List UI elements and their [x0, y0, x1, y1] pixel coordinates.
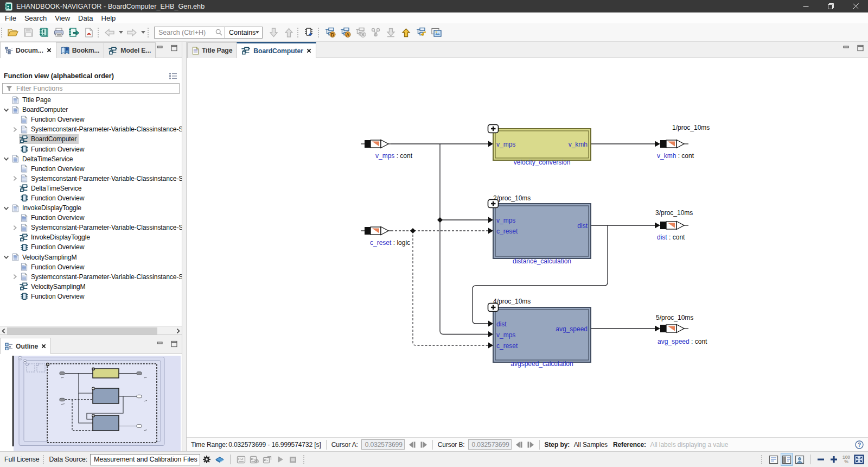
toolbar-grip[interactable] — [148, 28, 150, 37]
tree-item-deltatimeservice[interactable]: DeltaTimeService — [0, 154, 182, 164]
tab-documents[interactable]: Docum... — [0, 42, 56, 58]
tree-item-function-overview[interactable]: Function Overview — [0, 213, 182, 223]
open-file-icon[interactable] — [6, 26, 20, 40]
toolbar-grip[interactable] — [297, 28, 300, 37]
report-book-icon[interactable] — [36, 26, 50, 40]
diagram-canvas[interactable]: v_mps : cont c_reset : logic 1/proc_10ms… — [187, 58, 868, 437]
tree-item-systemconstant-parameter-variable-classi[interactable]: Systemconstant-Parameter-Variable-Classi… — [0, 174, 182, 184]
help-icon[interactable]: ? — [855, 440, 864, 449]
tab-boardcomputer[interactable]: BoardComputer — [237, 42, 316, 58]
close-icon[interactable] — [307, 48, 311, 53]
hide-labels-icon[interactable] — [353, 26, 367, 40]
tree-item-function-overview[interactable]: Function Overview — [0, 115, 182, 124]
zoom-reset-button[interactable]: 100% — [843, 455, 850, 464]
save-icon[interactable] — [21, 26, 35, 40]
close-icon[interactable] — [41, 344, 46, 349]
maximize-panel-icon[interactable] — [170, 340, 178, 348]
show-data-icon[interactable]: D — [323, 26, 337, 40]
filter-functions-input[interactable]: Filter Functions — [2, 83, 180, 94]
tab-outline[interactable]: Outline — [0, 338, 51, 354]
toolbar-grip[interactable] — [318, 28, 321, 37]
input-port-v_mps[interactable]: v_mps : cont — [361, 140, 413, 160]
block-distance_calculation[interactable]: 2/proc_10ms v_mps c_reset dist distance_… — [488, 194, 591, 265]
chevron-right-icon[interactable] — [11, 174, 19, 182]
tree-item-function-overview[interactable]: Function Overview — [0, 164, 182, 174]
cursor-b-step-forward-icon[interactable] — [527, 441, 534, 448]
back-icon[interactable] — [103, 26, 117, 40]
export-labels-icon[interactable] — [399, 26, 413, 40]
menu-data[interactable]: Data — [78, 14, 93, 22]
chevron-right-icon[interactable] — [11, 125, 19, 134]
menu-help[interactable]: Help — [101, 14, 116, 22]
fit-to-screen-icon[interactable] — [853, 453, 865, 466]
tree-item-deltatimeservice[interactable]: DeltaTimeService — [0, 184, 182, 193]
tree-item-systemconstant-parameter-variable-classi[interactable]: Systemconstant-Parameter-Variable-Classi… — [0, 272, 182, 282]
toolbar-grip[interactable] — [98, 28, 100, 37]
cursor-a-step-forward-icon[interactable] — [420, 441, 427, 448]
cursor-b-step-back-icon[interactable] — [515, 441, 523, 448]
forward-icon[interactable] — [125, 26, 139, 40]
chevron-down-icon[interactable] — [2, 204, 10, 212]
chevron-down-icon[interactable] — [2, 253, 10, 261]
tree-horizontal-scrollbar[interactable] — [0, 326, 182, 335]
scroll-left-icon[interactable] — [0, 327, 7, 335]
tree-item-systemconstant-parameter-variable-classi[interactable]: Systemconstant-Parameter-Variable-Classi… — [0, 223, 182, 232]
output-port-dist[interactable]: 3/proc_10ms dist : cont — [655, 209, 693, 241]
tree-item-function-overview[interactable]: Function Overview — [0, 292, 182, 301]
cursor-a-input[interactable]: 0.032573699 — [361, 439, 405, 450]
search-input[interactable]: Search (Ctrl+H) — [154, 27, 225, 39]
pin-labels-icon[interactable] — [368, 26, 382, 40]
match-mode-dropdown[interactable]: Contains — [225, 27, 263, 39]
minimize-panel-icon[interactable] — [156, 45, 164, 52]
scrollbar-thumb[interactable] — [7, 327, 157, 335]
view-menu-icon[interactable] — [169, 72, 177, 80]
expand-block-button[interactable] — [488, 304, 499, 312]
tree-item-velocitysamplingm[interactable]: VelocitySamplingM — [0, 253, 182, 262]
zoom-in-icon[interactable] — [828, 453, 840, 466]
menu-search[interactable]: Search — [24, 14, 47, 22]
maximize-panel-icon[interactable] — [857, 45, 865, 52]
input-port-c_reset[interactable]: c_reset : logic — [361, 227, 410, 247]
import-labels-icon[interactable] — [384, 26, 398, 40]
tree-item-title-page[interactable]: Title Page — [0, 95, 182, 105]
tree-item-function-overview[interactable]: Function Overview — [0, 262, 182, 272]
settings-gear-icon[interactable] — [201, 453, 213, 466]
output-port-avg_speed[interactable]: 5/proc_10ms avg_speed : cont — [655, 314, 707, 345]
measure-start-config-icon[interactable] — [261, 453, 273, 466]
tree-item-function-overview[interactable]: Function Overview — [0, 144, 182, 154]
zoom-out-icon[interactable] — [815, 453, 827, 466]
outline-thumbnail[interactable] — [0, 354, 182, 451]
tree-item-boardcomputer[interactable]: BoardComputer — [0, 134, 182, 144]
cursor-a-step-back-icon[interactable] — [409, 441, 416, 448]
chevron-down-icon[interactable] — [2, 155, 10, 163]
tab-bookmarks[interactable]: Bookm... — [56, 42, 105, 58]
show-all-labels-icon[interactable]: A — [338, 26, 352, 40]
restore-button[interactable] — [818, 0, 843, 12]
menu-file[interactable]: File — [5, 14, 16, 22]
cursor-b-input[interactable]: 0.032573699 — [468, 439, 512, 450]
back-history-dropdown-icon[interactable] — [117, 26, 124, 40]
chevron-down-icon[interactable] — [2, 106, 10, 114]
block-avgspeed_calculation[interactable]: 4/proc_10ms dist v_mps c_reset avg_speed… — [488, 298, 591, 368]
tree-item-function-overview[interactable]: Function Overview — [0, 242, 182, 252]
go-up-icon[interactable] — [282, 26, 296, 40]
minimize-panel-icon[interactable] — [843, 45, 851, 52]
start-measurement-icon[interactable] — [274, 453, 286, 466]
expand-block-button[interactable] — [488, 200, 499, 208]
toolbar-grip[interactable] — [1, 28, 4, 37]
measure-config-icon[interactable] — [235, 453, 247, 466]
maximize-panel-icon[interactable] — [170, 45, 178, 52]
windows-icon[interactable] — [429, 26, 443, 40]
tree-item-function-overview[interactable]: Function Overview — [0, 193, 182, 203]
view-split-icon[interactable] — [781, 453, 793, 466]
view-document-icon[interactable] — [768, 453, 780, 466]
minimize-panel-icon[interactable] — [156, 340, 164, 348]
panel-splitter-vertical[interactable] — [182, 42, 186, 451]
chevron-right-icon[interactable] — [11, 273, 19, 281]
export-book-icon[interactable] — [67, 26, 81, 40]
close-button[interactable] — [843, 0, 868, 12]
forward-history-dropdown-icon[interactable] — [139, 26, 146, 40]
measure-remove-icon[interactable] — [248, 453, 260, 466]
output-port-v_kmh[interactable]: 1/proc_10ms v_kmh : cont — [655, 124, 710, 160]
go-down-icon[interactable] — [266, 26, 280, 40]
